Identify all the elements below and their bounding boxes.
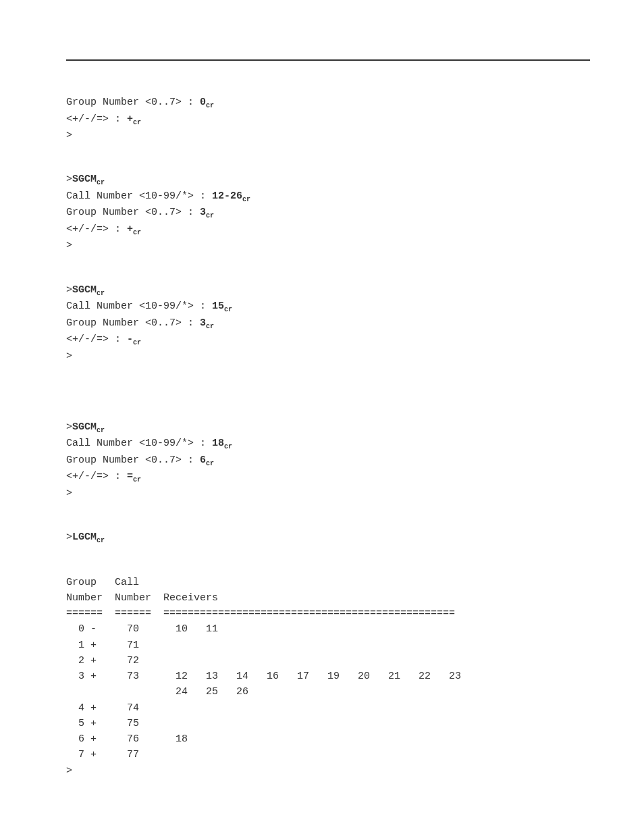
group-number-line: Group Number <0..7> : 0cr xyxy=(66,95,590,111)
input-text: + xyxy=(127,113,133,125)
prompt-text: <+/-/=> : xyxy=(66,224,127,235)
op-line: <+/-/=> : -cr xyxy=(66,332,590,348)
cr-indicator: cr xyxy=(97,427,105,434)
prompt-text: Group Number <0..7> : xyxy=(66,97,200,108)
command-text: SGCM xyxy=(72,174,97,185)
prompt-line: > xyxy=(66,238,590,253)
command-line: >LGCMcr xyxy=(66,529,590,546)
input-text: 3 xyxy=(200,317,206,329)
divider xyxy=(66,59,590,61)
table-row: 4 + 74 xyxy=(66,700,590,716)
table-header-2: Number Number Receivers xyxy=(66,590,590,606)
cr-indicator: cr xyxy=(206,460,214,467)
op-line: <+/-/=> : +cr xyxy=(66,221,590,238)
terminal-block-5: >LGCMcr xyxy=(66,529,590,546)
terminal-block-4: >SGCMcr Call Number <10-99/*> : 18cr Gro… xyxy=(66,419,590,501)
prompt-line: > xyxy=(66,763,590,779)
cr-indicator: cr xyxy=(133,229,141,236)
prompt-line: > xyxy=(66,486,590,501)
op-line: <+/-/=> : =cr xyxy=(66,469,590,486)
prompt-text: <+/-/=> : xyxy=(66,334,127,345)
prompt-text: > xyxy=(66,531,72,543)
table-header-1: Group Call xyxy=(66,575,590,590)
prompt-line: > xyxy=(66,348,590,364)
input-text: 0 xyxy=(200,97,206,108)
table-separator: ====== ====== ==========================… xyxy=(66,606,590,621)
group-number-line: Group Number <0..7> : 6cr xyxy=(66,452,590,469)
prompt-text: Group Number <0..7> : xyxy=(66,454,200,466)
command-text: LGCM xyxy=(72,531,97,543)
cr-indicator: cr xyxy=(242,196,250,203)
input-text: 12-26 xyxy=(212,190,242,202)
command-line: >SGCMcr xyxy=(66,172,590,188)
input-text: 3 xyxy=(200,207,206,218)
input-text: 18 xyxy=(212,438,224,449)
command-text: SGCM xyxy=(72,421,97,433)
prompt-text: Call Number <10-99/*> : xyxy=(66,190,212,202)
prompt-text: Group Number <0..7> : xyxy=(66,317,200,329)
call-number-line: Call Number <10-99/*> : 12-26cr xyxy=(66,188,590,205)
cr-indicator: cr xyxy=(206,323,214,330)
cr-indicator: cr xyxy=(206,102,214,109)
group-number-line: Group Number <0..7> : 3cr xyxy=(66,205,590,221)
prompt-line: > xyxy=(66,128,590,143)
prompt-text: > xyxy=(66,174,72,185)
prompt-text: > xyxy=(66,284,72,296)
cr-indicator: cr xyxy=(206,212,214,219)
table-row: 2 + 72 xyxy=(66,653,590,669)
table-row: 7 + 77 xyxy=(66,747,590,762)
table-row: 5 + 75 xyxy=(66,716,590,731)
op-line: <+/-/=> : +cr xyxy=(66,111,590,128)
table-row: 1 + 71 xyxy=(66,637,590,653)
input-text: - xyxy=(127,334,133,345)
prompt-text: Group Number <0..7> : xyxy=(66,207,200,218)
input-text: = xyxy=(127,471,133,482)
terminal-block-3: >SGCMcr Call Number <10-99/*> : 15cr Gro… xyxy=(66,282,590,364)
cr-indicator: cr xyxy=(97,290,105,297)
cr-indicator: cr xyxy=(97,179,105,186)
table-row: 0 - 70 10 11 xyxy=(66,621,590,637)
prompt-text: Call Number <10-99/*> : xyxy=(66,438,212,449)
table-row: 24 25 26 xyxy=(66,684,590,700)
cr-indicator: cr xyxy=(97,537,105,544)
cr-indicator: cr xyxy=(133,339,141,346)
table-row: 3 + 73 12 13 14 16 17 19 20 21 22 23 xyxy=(66,669,590,684)
cr-indicator: cr xyxy=(133,119,141,126)
prompt-text: Call Number <10-99/*> : xyxy=(66,301,212,312)
cr-indicator: cr xyxy=(224,306,232,313)
prompt-text: <+/-/=> : xyxy=(66,471,127,482)
cr-indicator: cr xyxy=(224,443,232,450)
prompt-text: > xyxy=(66,421,72,433)
command-text: SGCM xyxy=(72,284,97,296)
table-row: 6 + 76 18 xyxy=(66,731,590,747)
terminal-block-1: Group Number <0..7> : 0cr <+/-/=> : +cr … xyxy=(66,95,590,143)
prompt-text: <+/-/=> : xyxy=(66,113,127,125)
command-line: >SGCMcr xyxy=(66,282,590,299)
lgcm-table: Group Call Number Number Receivers =====… xyxy=(66,575,590,779)
cr-indicator: cr xyxy=(133,476,141,484)
call-number-line: Call Number <10-99/*> : 18cr xyxy=(66,436,590,452)
group-number-line: Group Number <0..7> : 3cr xyxy=(66,315,590,332)
terminal-block-2: >SGCMcr Call Number <10-99/*> : 12-26cr … xyxy=(66,172,590,253)
input-text: + xyxy=(127,224,133,235)
call-number-line: Call Number <10-99/*> : 15cr xyxy=(66,298,590,315)
input-text: 15 xyxy=(212,301,224,312)
input-text: 6 xyxy=(200,454,206,466)
command-line: >SGCMcr xyxy=(66,419,590,436)
